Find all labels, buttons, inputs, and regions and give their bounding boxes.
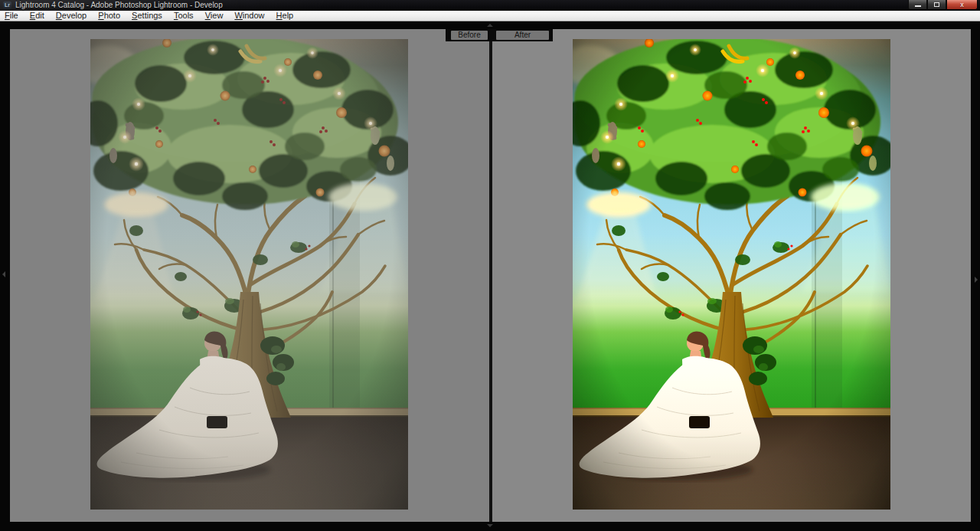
close-icon: x	[947, 0, 977, 9]
expand-module-picker-icon[interactable]	[487, 24, 493, 27]
after-label: After	[496, 31, 549, 40]
menu-tools[interactable]: Tools	[169, 11, 198, 21]
after-photo[interactable]	[573, 39, 890, 510]
window-title: Lightroom 4 Catalog - Adobe Photoshop Li…	[15, 1, 223, 10]
menu-bar: File Edit Develop Photo Settings Tools V…	[0, 11, 980, 21]
minimize-button[interactable]	[908, 0, 927, 10]
close-button[interactable]: x	[946, 0, 978, 10]
compare-split-divider[interactable]	[489, 29, 492, 522]
menu-photo[interactable]: Photo	[93, 11, 125, 21]
develop-workspace: Before After	[0, 22, 980, 531]
lightroom-app-icon: Lr	[3, 2, 11, 9]
expand-right-panel-icon[interactable]	[975, 277, 978, 283]
menu-settings[interactable]: Settings	[127, 11, 167, 21]
restore-icon	[934, 2, 939, 7]
compare-label-strip: Before After	[446, 29, 553, 41]
expand-left-panel-icon[interactable]	[2, 271, 5, 277]
before-label: Before	[451, 31, 488, 40]
compare-view-area: Before After	[10, 29, 971, 522]
menu-view[interactable]: View	[201, 11, 228, 21]
menu-develop[interactable]: Develop	[51, 11, 91, 21]
expand-filmstrip-icon[interactable]	[487, 524, 493, 527]
right-panel-reveal-strip[interactable]	[971, 22, 980, 522]
restore-button[interactable]	[927, 0, 946, 10]
menu-edit[interactable]: Edit	[25, 11, 49, 21]
before-photo[interactable]	[90, 39, 408, 510]
menu-window[interactable]: Window	[230, 11, 269, 21]
menu-file[interactable]: File	[0, 11, 23, 21]
window-controls: x	[908, 0, 978, 10]
title-bar: Lr Lightroom 4 Catalog - Adobe Photoshop…	[0, 0, 980, 11]
minimize-icon	[915, 5, 921, 7]
menu-help[interactable]: Help	[272, 11, 299, 21]
